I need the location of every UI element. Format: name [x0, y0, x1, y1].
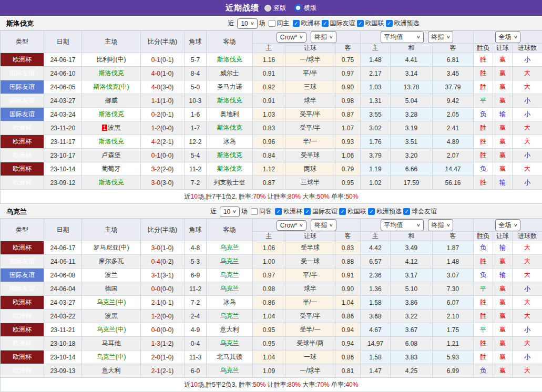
odds-stage-select-value: 终指 [314, 221, 327, 230]
average-stage-select[interactable]: 终指∨ [428, 219, 454, 231]
summary-segment: 10 [191, 193, 198, 200]
scope-select[interactable]: 全场∨ [495, 31, 521, 43]
corner-cell: 5-0 [185, 80, 207, 94]
avg-draw-odds: 5.04 [391, 94, 433, 108]
handicap-line: 半/一 [285, 296, 335, 310]
handicap-line: 受半球 [285, 149, 335, 162]
avg-away-odds: 4.89 [433, 135, 474, 149]
result-outcome: 负 [474, 364, 493, 378]
score-cell: 1-2(0-0) [141, 121, 185, 135]
games-label: 场 [241, 207, 248, 216]
odds-column-header: 进球数 [513, 44, 542, 53]
score-cell: 0-0(0-0) [141, 323, 185, 337]
summary-segment: 单率: [330, 193, 346, 200]
league-3-checked-checkbox[interactable]: ✓ [368, 208, 375, 215]
result-outcome: 负 [474, 108, 493, 121]
corner-cell: 11-2 [185, 282, 207, 296]
handicap-away-odds: 0.83 [335, 241, 361, 255]
handicap-line: 三球 [285, 80, 335, 94]
result-goals-value: 小 [524, 285, 530, 292]
away-team-name: 乌克兰 [220, 339, 239, 347]
odds-column-header: 让球 [493, 232, 513, 241]
sections: 斯洛伐克近10∨场同主✓欧洲杯✓国际友谊✓欧国联✓欧洲预选类型日期主场比分(半场… [0, 16, 542, 392]
average-select-group: 平均值∨终指∨ [361, 31, 473, 43]
home-team-cell: 摩尔多瓦 [82, 255, 141, 269]
result-outcome-value: 负 [480, 110, 486, 118]
league-0-checked-checkbox[interactable]: ✓ [293, 20, 300, 27]
horizontal-layout-radio[interactable]: 横版 [294, 4, 316, 13]
avg-draw-odds: 4.12 [391, 255, 433, 269]
handicap-away-odds: 0.81 [335, 364, 361, 378]
recent-count-select[interactable]: 10∨ [237, 18, 257, 29]
chevron-down-icon: ∨ [329, 35, 333, 39]
vertical-layout-radio[interactable]: 竖版 [264, 4, 286, 13]
result-goals-value: 大 [524, 339, 530, 347]
avg-away-odds: 1.48 [433, 255, 474, 269]
result-goals-value: 大 [524, 257, 530, 265]
handicap-away-odds: 0.94 [335, 337, 361, 350]
full-score: 4-0 [151, 70, 160, 77]
column-header: 客场 [207, 219, 253, 241]
result-goals-value: 大 [524, 312, 530, 319]
home-team-name: 斯洛伐克 [99, 138, 124, 145]
away-team-cell: 圣马力诺 [207, 80, 253, 94]
column-header: 日期 [44, 219, 82, 241]
league-1-checked-checkbox[interactable]: ✓ [322, 20, 329, 27]
handicap-line: 两球 [285, 162, 335, 176]
result-outcome-value: 平 [480, 97, 486, 104]
result-goals: 大 [513, 80, 542, 94]
average-stage-select-value: 终指 [432, 221, 444, 230]
handicap-away-odds: 0.90 [335, 282, 361, 296]
league-0-checked-checkbox[interactable]: ✓ [275, 208, 282, 215]
result-goals-value: 小 [524, 353, 530, 360]
avg-home-odds: 3.79 [361, 149, 391, 162]
avg-draw-odds: 4.41 [391, 53, 433, 67]
league-filter-label: 欧洲预选 [394, 19, 420, 28]
handicap-away-odds: 0.88 [335, 255, 361, 269]
home-team-cell: 卢森堡 [82, 149, 141, 162]
result-goals: 大 [513, 121, 542, 135]
corner-cell: 5-7 [185, 53, 207, 67]
league-4-checked-checkbox[interactable]: ✓ [403, 208, 410, 215]
chevron-down-icon: ∨ [416, 35, 421, 39]
same-venue-unchecked-checkbox[interactable] [269, 20, 275, 27]
score-cell: 3-1(3-1) [141, 269, 185, 282]
odds-stage-select[interactable]: 终指∨ [311, 31, 336, 43]
home-team-name: 摩尔多瓦 [99, 257, 124, 265]
result-goals-value: 小 [524, 56, 530, 63]
avg-draw-odds: 5.10 [391, 282, 433, 296]
league-type-cell: 欧洲杯 [1, 121, 44, 135]
full-score: 0-0 [151, 285, 160, 293]
rank-badge: 1 [102, 125, 107, 131]
home-team-cell: 葡萄牙 [82, 162, 141, 176]
scope-select[interactable]: 全场∨ [495, 219, 521, 231]
result-goals: 大 [513, 296, 542, 310]
bookmaker-select[interactable]: Crow*∨ [277, 220, 307, 231]
full-score: 3-0 [151, 179, 160, 187]
date-cell: 23-09-12 [44, 176, 82, 190]
result-handicap: 赢 [493, 121, 513, 135]
league-2-checked-checkbox[interactable]: ✓ [357, 20, 364, 27]
date-cell: 24-03-27 [44, 296, 82, 310]
league-3-checked-checkbox[interactable]: ✓ [386, 20, 393, 27]
result-goals: 大 [513, 310, 542, 323]
bookmaker-select[interactable]: Crow*∨ [277, 32, 307, 43]
column-header: 角球 [185, 219, 207, 241]
away-team-name: 斯洛伐克 [217, 165, 242, 172]
average-stage-select[interactable]: 终指∨ [428, 31, 454, 43]
average-select[interactable]: 平均值∨ [381, 219, 424, 231]
odds-stage-select[interactable]: 终指∨ [311, 219, 336, 231]
average-select-group: 平均值∨终指∨ [361, 219, 473, 231]
average-select[interactable]: 平均值∨ [381, 31, 424, 43]
same-venue-unchecked-checkbox[interactable] [251, 208, 258, 215]
recent-count-select[interactable]: 10∨ [220, 207, 240, 217]
score-cell: 1-2(0-0) [141, 310, 185, 323]
away-team-name: 斯洛伐克 [217, 151, 242, 159]
odds-column-header: 客 [433, 232, 474, 241]
league-1-checked-checkbox[interactable]: ✓ [304, 208, 311, 215]
league-2-checked-checkbox[interactable]: ✓ [339, 208, 346, 215]
handicap-away-odds: 0.90 [335, 80, 361, 94]
summary-segment: 10 [191, 381, 198, 388]
home-team-name: 斯洛伐克 [99, 179, 124, 186]
chevron-down-icon: ∨ [329, 223, 333, 228]
